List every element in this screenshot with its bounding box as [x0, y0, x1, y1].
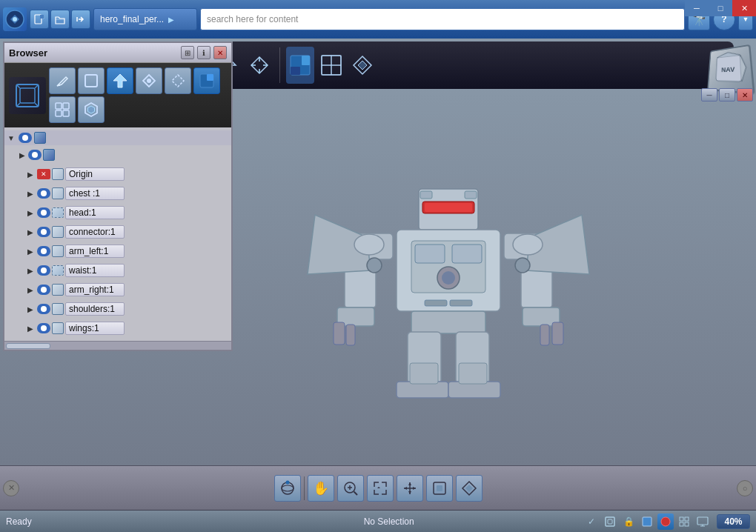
draw-tool-button[interactable]	[49, 67, 76, 94]
shading-wireframe-button[interactable]	[317, 47, 345, 84]
wings-expand[interactable]: ▶	[25, 323, 36, 333]
shading-solid-button[interactable]	[286, 47, 314, 84]
svg-rect-25	[425, 203, 472, 212]
tree-item-wings[interactable]: ▶ wings:1	[4, 319, 231, 338]
svg-point-66	[147, 79, 151, 83]
hex-tool-button[interactable]	[78, 96, 105, 123]
nav-cube[interactable]: NAV	[706, 46, 750, 90]
head-eye-icon[interactable]	[37, 207, 50, 218]
zoom-level-badge[interactable]: 40%	[717, 514, 750, 529]
forward-button[interactable]	[71, 10, 90, 29]
grid-shading-button[interactable]	[49, 96, 76, 123]
tree-item-arm-right[interactable]: ▶ arm_right:1	[4, 280, 231, 299]
browser-scrollbar[interactable]	[4, 341, 231, 350]
minimize-button[interactable]: ─	[685, 0, 709, 16]
maximize-button[interactable]: □	[709, 0, 732, 16]
frame-button[interactable]	[426, 475, 453, 502]
arm-left-expand[interactable]: ▶	[25, 246, 36, 256]
panel-minimize-button[interactable]: ─	[701, 88, 717, 102]
status-grid-button[interactable]	[676, 513, 692, 530]
menu-arrow-icon: ▼	[743, 16, 749, 23]
browser-info-button[interactable]: ℹ	[197, 46, 210, 59]
look-at-button[interactable]	[456, 475, 483, 502]
origin-expand[interactable]: ▶	[25, 169, 36, 179]
chest-eye-icon[interactable]	[37, 188, 50, 199]
waist-eye-icon[interactable]	[37, 265, 50, 276]
svg-rect-89	[685, 517, 689, 521]
arm-right-eye-icon[interactable]	[37, 285, 50, 295]
status-display-button[interactable]	[694, 513, 711, 530]
root-expand-arrow[interactable]: ▼	[7, 134, 15, 142]
tree-item-arm-left[interactable]: ▶ arm_left:1	[4, 242, 231, 261]
status-solid-button[interactable]	[639, 513, 655, 530]
tree-item-waist[interactable]: ▶ waist:1	[4, 261, 231, 280]
svg-rect-69	[207, 74, 213, 81]
select-tool-button[interactable]	[107, 67, 133, 94]
status-frame-button[interactable]	[602, 513, 618, 530]
pan-tool-button[interactable]: ✋	[308, 475, 334, 502]
close-button[interactable]: ✕	[732, 0, 756, 16]
zoom-region-button[interactable]	[367, 475, 394, 502]
bottom-left-cancel[interactable]: ✕	[3, 480, 19, 496]
panel-restore-button[interactable]: □	[719, 88, 735, 102]
tree-item-nested[interactable]: ▶	[4, 145, 231, 164]
arm-right-expand[interactable]: ▶	[25, 285, 36, 295]
panel-close-button[interactable]: ✕	[737, 88, 753, 102]
waist-label: waist:1	[65, 264, 125, 277]
chest-expand[interactable]: ▶	[25, 188, 36, 199]
file-title[interactable]: hero_final_per... ▶	[93, 8, 197, 30]
head-label: head:1	[65, 206, 125, 219]
waist-expand[interactable]: ▶	[25, 265, 36, 276]
shoulders-eye-icon[interactable]	[37, 304, 50, 314]
status-checkmark-button[interactable]: ✓	[583, 513, 600, 530]
svg-marker-20	[358, 61, 367, 70]
browser-toolbar-tools	[49, 67, 227, 123]
zoom-plus-button[interactable]	[337, 475, 364, 502]
browser-panel: Browser ⊞ ℹ ✕	[3, 41, 233, 351]
tree-item-chest[interactable]: ▶ chest :1	[4, 184, 231, 203]
svg-rect-15	[322, 56, 331, 65]
nested-expand[interactable]: ▶	[19, 151, 25, 159]
pointer-tool-button[interactable]	[165, 67, 191, 94]
subdivide-button[interactable]	[348, 47, 377, 84]
browser-grid-button[interactable]: ⊞	[181, 46, 194, 59]
wings-eye-icon[interactable]	[37, 323, 50, 333]
rotate-tool-button[interactable]	[136, 67, 162, 94]
solid-shading-button[interactable]	[193, 67, 220, 94]
arm-left-box-icon	[52, 245, 64, 257]
connector-expand[interactable]: ▶	[25, 227, 36, 237]
open-button[interactable]	[50, 10, 70, 29]
shading-wireframe-icon	[320, 54, 342, 76]
browser-close-button[interactable]: ✕	[213, 46, 227, 59]
root-eye-icon[interactable]	[19, 133, 32, 143]
head-expand[interactable]: ▶	[25, 207, 36, 218]
svg-rect-91	[685, 522, 689, 526]
tree-root[interactable]: ▼	[4, 130, 231, 145]
transform-tool-button[interactable]	[245, 47, 273, 84]
status-lock-button[interactable]: 🔒	[620, 513, 637, 530]
tree-item-shoulders[interactable]: ▶ shoulders:1	[4, 299, 231, 319]
svg-marker-75	[88, 106, 95, 113]
origin-eye-icon[interactable]	[37, 169, 50, 179]
svg-rect-18	[331, 65, 341, 75]
new-button[interactable]	[30, 10, 49, 29]
tree-item-head[interactable]: ▶ head:1	[4, 203, 231, 222]
svg-marker-64	[113, 74, 127, 87]
tree-item-origin[interactable]: ▶ Origin	[4, 164, 231, 184]
browser-scroll-thumb[interactable]	[6, 343, 50, 349]
bottom-right-ok[interactable]: ○	[737, 480, 753, 496]
pan-all-button[interactable]	[397, 475, 423, 502]
connector-eye-icon[interactable]	[37, 227, 50, 237]
status-sphere-button[interactable]	[657, 513, 674, 530]
box-tool-button[interactable]	[78, 67, 105, 94]
subdivide-icon	[351, 54, 374, 76]
title-bar: hero_final_per... ▶ search here for cont…	[0, 0, 756, 39]
nested-eye-icon[interactable]	[28, 150, 42, 160]
arm-left-eye-icon[interactable]	[37, 246, 50, 256]
search-bar[interactable]: search here for content	[200, 8, 685, 30]
tree-item-connector[interactable]: ▶ connector:1	[4, 222, 231, 242]
shoulders-expand[interactable]: ▶	[25, 304, 36, 314]
orbit-tool-button[interactable]	[274, 475, 301, 502]
shoulders-label: shoulders:1	[65, 302, 125, 316]
svg-rect-86	[643, 517, 651, 526]
